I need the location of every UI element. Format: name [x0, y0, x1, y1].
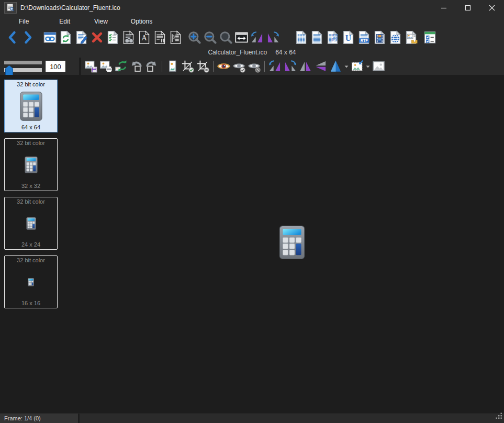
- frame-thumbnail-24x24[interactable]: 32 bit color 24 x 24: [4, 197, 58, 250]
- close-button[interactable]: [480, 0, 504, 15]
- dropdown-caret-icon[interactable]: [343, 59, 350, 74]
- encoding-button[interactable]: [167, 29, 183, 46]
- view-plain-text-button[interactable]: [309, 29, 324, 46]
- app-icon: [4, 2, 17, 14]
- font-button[interactable]: A: [136, 29, 152, 46]
- zoom-input[interactable]: [46, 61, 65, 72]
- frame-thumbnail-image: [20, 85, 42, 127]
- window-controls: [432, 0, 504, 15]
- zoom-in-button[interactable]: [186, 29, 202, 46]
- print-image-button[interactable]: [98, 59, 114, 74]
- frame-thumbnail-64x64[interactable]: 32 bit color 64 x 64: [4, 80, 58, 132]
- menubar: FileEditViewOptions: [0, 15, 504, 27]
- open-link-button[interactable]: [42, 29, 58, 46]
- line-arrows-button[interactable]: [152, 29, 167, 46]
- menu-edit[interactable]: Edit: [56, 17, 73, 26]
- svg-text:F1F: F1F: [332, 38, 338, 41]
- sharpen-button[interactable]: [328, 59, 343, 74]
- show-eye-button[interactable]: [216, 59, 231, 74]
- view-hex-button[interactable]: 0102E5F1F: [324, 29, 340, 46]
- universal-viewer-window: D:\Downloads\Calculator_Fluent.ico FileE…: [0, 0, 504, 423]
- frame-size-label: 24 x 24: [21, 241, 40, 248]
- resize-grip-icon[interactable]: [496, 412, 502, 421]
- view-rtf-button[interactable]: RTF: [356, 29, 372, 46]
- menu-view[interactable]: View: [91, 17, 111, 26]
- frame-thumbnail-image: [25, 143, 38, 186]
- preview-image: [279, 226, 305, 261]
- svg-text:U: U: [345, 34, 351, 42]
- menu-file[interactable]: File: [16, 17, 32, 26]
- view-internet-button[interactable]: [387, 29, 403, 46]
- zoom-out-button[interactable]: [202, 29, 218, 46]
- rotate-view-left-button[interactable]: [249, 29, 265, 46]
- maximize-icon: [465, 5, 471, 11]
- zoom-slider-handle[interactable]: [5, 65, 13, 76]
- toolbar-separator: [264, 61, 265, 72]
- crop-cancel-button[interactable]: [195, 59, 210, 74]
- titlebar: D:\Downloads\Calculator_Fluent.ico: [0, 0, 504, 15]
- frame-thumbnail-32x32[interactable]: 32 bit color 32 x 32: [4, 138, 58, 191]
- delete-file-button[interactable]: [89, 29, 105, 46]
- svg-text:A: A: [141, 34, 147, 42]
- file-info-bar: Calculator_Fluent.ico 64 x 64: [0, 47, 504, 58]
- view-plugins-button[interactable]: [403, 29, 419, 46]
- svg-text:RTF: RTF: [360, 38, 368, 43]
- main-toolbar: A 0102E5F1F U RTF: [0, 27, 504, 47]
- eye-disabled-button[interactable]: [247, 59, 262, 74]
- reload-image-button[interactable]: [114, 59, 129, 74]
- undo-button[interactable]: [129, 59, 144, 74]
- back-button[interactable]: [4, 29, 20, 46]
- toolbar-separator: [162, 61, 162, 72]
- frame-thumbnail-list: 32 bit color 64 x 6432 bit color 32 x 32…: [4, 80, 58, 314]
- edit-document-button[interactable]: [73, 29, 89, 46]
- minimize-icon: [441, 5, 447, 11]
- flip-horizontal-button[interactable]: [298, 59, 313, 74]
- statusbar-divider: [78, 414, 80, 423]
- zoom-slider-track: [4, 61, 42, 64]
- frame-size-label: 32 x 32: [21, 183, 40, 190]
- find-button[interactable]: [120, 29, 136, 46]
- resize-image-button[interactable]: [350, 59, 365, 74]
- frame-size-label: 64 x 64: [21, 124, 40, 131]
- frame-status: Frame: 1/4 (0): [0, 414, 78, 423]
- redo-button[interactable]: [144, 59, 159, 74]
- view-media-button[interactable]: [372, 29, 387, 46]
- fit-window-button[interactable]: [233, 29, 249, 46]
- minimize-button[interactable]: [432, 0, 456, 15]
- toolbar-separator: [213, 61, 214, 72]
- file-list-button[interactable]: [105, 29, 120, 46]
- rotate-left-button[interactable]: [267, 59, 283, 74]
- view-text-button[interactable]: [293, 29, 309, 46]
- rotate-right-button[interactable]: [283, 59, 298, 74]
- info-dimensions: 64 x 64: [275, 49, 296, 56]
- save-image-button[interactable]: [83, 59, 98, 74]
- frame-thumbnail-image: [26, 202, 36, 244]
- eye-check-button[interactable]: [231, 59, 247, 74]
- zoom-slider[interactable]: [4, 59, 43, 76]
- frame-thumbnail-16x16[interactable]: 32 bit color 16 x 16: [4, 255, 58, 308]
- dropdown-caret-icon[interactable]: [365, 59, 371, 74]
- zoom-100-button[interactable]: [218, 29, 233, 46]
- image-info-button[interactable]: [165, 59, 180, 74]
- window-title: D:\Downloads\Calculator_Fluent.ico: [20, 4, 120, 12]
- maximize-button[interactable]: [456, 0, 480, 15]
- statusbar: Frame: 1/4 (0): [0, 413, 504, 423]
- frame-size-label: 16 x 16: [21, 300, 40, 307]
- menu-options[interactable]: Options: [128, 17, 155, 26]
- forward-button[interactable]: [20, 29, 36, 46]
- frame-thumbnail-image: [28, 261, 34, 303]
- view-unicode-button[interactable]: U: [340, 29, 356, 46]
- crop-confirm-button[interactable]: [180, 59, 195, 74]
- flip-vertical-button[interactable]: [313, 59, 328, 74]
- image-canvas[interactable]: 32 bit color 64 x 6432 bit color 32 x 32…: [0, 75, 504, 413]
- image-toolbar: [81, 58, 504, 75]
- info-filename: Calculator_Fluent.ico: [208, 49, 267, 56]
- options-button[interactable]: [422, 29, 438, 46]
- background-image-button[interactable]: [371, 59, 386, 74]
- close-icon: [489, 5, 495, 11]
- rotate-view-right-button[interactable]: [265, 29, 281, 46]
- refresh-document-button[interactable]: [58, 29, 73, 46]
